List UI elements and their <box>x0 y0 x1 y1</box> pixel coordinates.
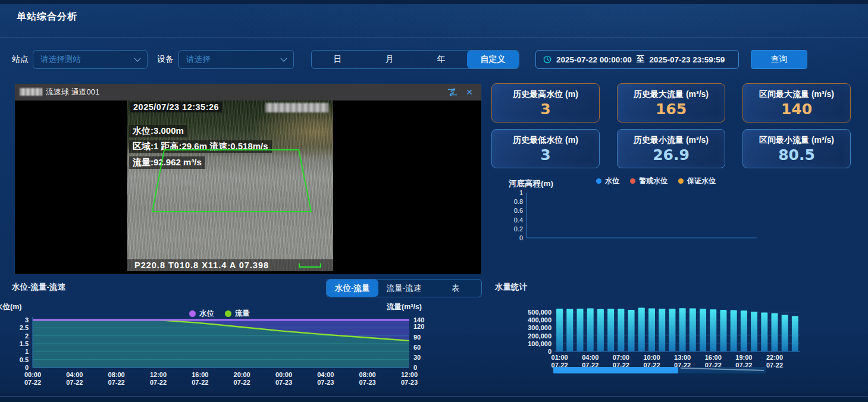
x-tick-date: 07-22 <box>766 362 783 369</box>
volume-bar <box>720 310 726 351</box>
legend-item-guarantee-level[interactable]: 保证水位 <box>678 176 716 186</box>
measure-region-outline <box>127 100 333 271</box>
y-tick-label: 0 <box>519 234 523 241</box>
stat-card-hist-min-flow: 历史最小流量 (m³/s) 26.9 <box>617 129 725 168</box>
device-select[interactable]: 请选择 <box>178 50 294 69</box>
x-tick-time: 16:00 <box>192 371 208 378</box>
left-tick: 0 <box>25 364 29 371</box>
top-decor-strip <box>0 0 868 4</box>
x-tick-time: 00:00 <box>24 371 41 378</box>
volume-bar <box>597 309 604 351</box>
x-tick-date: 07-23 <box>401 379 418 386</box>
x-tick-time: 07:00 <box>613 354 629 361</box>
x-tick-time: 04:00 <box>66 371 83 378</box>
device-select-placeholder: 请选择 <box>186 54 281 65</box>
clock-icon <box>543 55 551 64</box>
volume-section-title: 水量统计 <box>495 282 527 293</box>
period-segmented-control: 日 月 年 自定义 <box>311 50 519 69</box>
stat-value: 140 <box>743 100 850 118</box>
tab-table[interactable]: 表 <box>430 279 481 297</box>
video-telemetry: P220.8 T010.8 X11.4 A 07.398 <box>134 260 269 270</box>
date-separator: 至 <box>637 54 645 65</box>
video-bottom-bar: P220.8 T010.8 X11.4 A 07.398 <box>127 259 333 271</box>
right-tick: 60 <box>413 344 421 351</box>
left-tick: 2.5 <box>20 324 29 331</box>
x-tick-date: 07-23 <box>275 379 292 386</box>
video-panel-header: 流速球 通道001 S ✕ <box>15 84 481 100</box>
volume-bar <box>771 313 778 351</box>
header-divider <box>0 37 868 37</box>
left-tick: 0.5 <box>20 356 29 363</box>
video-footage: 2025/07/23 12:35:26 水位:3.000m 区域:1 距高:29… <box>127 100 333 271</box>
x-tick-date: 07-22 <box>234 379 250 386</box>
date-end: 2025-07-23 23:59:59 <box>649 55 725 64</box>
period-month-button[interactable]: 月 <box>364 51 415 68</box>
legend-item-warning-level[interactable]: 警戒水位 <box>630 176 668 186</box>
chart-canvas: 10.80.60.40.20 <box>499 186 760 243</box>
volume-bar-chart: 500,000400,000300,000200,000100,000001:0… <box>488 297 868 402</box>
y-tick-label: 0.8 <box>514 198 523 205</box>
volume-bar <box>618 309 624 351</box>
stat-card-hist-max-flow: 历史最大流量 (m³/s) 165 <box>617 83 725 123</box>
tab-flow-velocity[interactable]: 流量-流速 <box>378 279 430 297</box>
stat-card-range-min-flow: 区间最小流量 (m³/s) 80.5 <box>742 129 851 168</box>
close-icon[interactable]: ✕ <box>466 88 473 96</box>
x-tick-date: 07-23 <box>359 379 376 386</box>
stat-label: 历史最高水位 (m) <box>492 89 599 100</box>
volume-bar <box>690 309 696 351</box>
legend-dot <box>630 178 635 184</box>
station-label: 站点 <box>12 54 29 65</box>
volume-bar <box>638 307 645 351</box>
y-tick-label: 200,000 <box>528 332 551 340</box>
volume-bar <box>731 310 737 351</box>
legend-item-level[interactable]: 水位 <box>596 176 619 186</box>
video-panel: 流速球 通道001 S ✕ 2025/07/23 12:35:26 水位:3.0… <box>14 83 482 274</box>
period-custom-button[interactable]: 自定义 <box>467 51 519 68</box>
volume-bar <box>659 309 665 351</box>
y-tick-label: 400,000 <box>528 316 551 324</box>
period-day-button[interactable]: 日 <box>312 51 364 68</box>
x-tick-date: 07-22 <box>66 379 83 386</box>
level-flow-section-title: 水位-流量-流速 <box>12 282 65 293</box>
tab-level-flow[interactable]: 水位-流量 <box>327 279 378 297</box>
query-button[interactable]: 查询 <box>751 50 807 69</box>
volume-bar <box>669 309 675 351</box>
x-tick-time: 04:00 <box>317 371 334 378</box>
video-title: 流速球 通道001 <box>46 87 99 98</box>
stat-label: 历史最低水位 (m) <box>492 135 599 146</box>
x-tick-time: 12:00 <box>150 371 167 378</box>
stat-value: 165 <box>618 100 725 118</box>
right-tick: 30 <box>413 354 421 361</box>
stat-value: 3 <box>492 100 599 118</box>
volume-bar <box>782 315 788 351</box>
x-tick-time: 22:00 <box>766 354 783 361</box>
legend-dot <box>678 178 684 184</box>
volume-bar <box>792 316 798 351</box>
bottom-decor-strip <box>0 396 868 402</box>
left-tick: 1 <box>25 348 29 355</box>
y-tick-label: 1 <box>519 189 523 196</box>
left-tick: 2 <box>25 332 29 340</box>
volume-bar <box>648 309 655 351</box>
station-select[interactable]: 请选择测站 <box>33 50 148 69</box>
stat-card-hist-min-level: 历史最低水位 (m) 3 <box>491 129 600 168</box>
video-body: 2025/07/23 12:35:26 水位:3.000m 区域:1 距高:29… <box>15 100 481 274</box>
stat-value: 80.5 <box>743 146 850 164</box>
y-tick-label: 0.2 <box>514 225 523 233</box>
stat-label: 历史最小流量 (m³/s) <box>618 135 725 146</box>
volume-chart-datazoom-scrollbar[interactable] <box>553 367 766 373</box>
x-tick-time: 16:00 <box>705 354 722 361</box>
x-tick-date: 07-23 <box>317 379 334 386</box>
period-year-button[interactable]: 年 <box>415 51 467 68</box>
y-tick-label: 0.4 <box>514 216 523 224</box>
datazoom-handle[interactable] <box>553 367 678 373</box>
stat-card-hist-max-level: 历史最高水位 (m) 3 <box>491 83 600 123</box>
right-tick: 120 <box>413 323 424 330</box>
scale-bracket-icon <box>299 263 321 268</box>
y-tick-label: 0.6 <box>514 207 523 214</box>
x-tick-date: 07-22 <box>192 379 208 386</box>
date-range-picker[interactable]: 2025-07-22 00:00:00 至 2025-07-23 23:59:5… <box>535 50 739 69</box>
legend-dot <box>596 178 601 184</box>
x-tick-date: 07-22 <box>24 379 41 386</box>
stream-toggle-icon[interactable]: S <box>447 87 457 97</box>
